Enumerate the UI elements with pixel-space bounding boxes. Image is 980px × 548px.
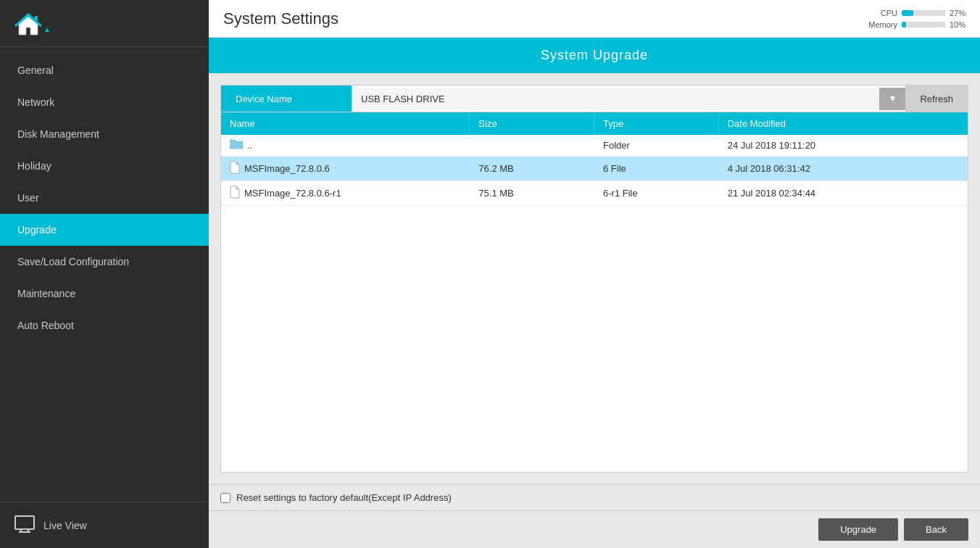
memory-pct: 10% bbox=[950, 20, 966, 29]
file-size-cell bbox=[470, 141, 594, 150]
table-row[interactable]: MSFImage_72.8.0.6-r175.1 MB6-r1 File21 J… bbox=[221, 181, 968, 206]
file-icon bbox=[230, 186, 240, 201]
cpu-bar-bg bbox=[902, 10, 945, 16]
live-view-button[interactable]: Live View bbox=[0, 502, 209, 548]
sidebar-nav: GeneralNetworkDisk ManagementHolidayUser… bbox=[0, 47, 209, 502]
device-name-label: Device Name bbox=[221, 86, 352, 112]
bottom-bar: Upgrade Back bbox=[209, 510, 980, 548]
col-date: Date Modified bbox=[719, 112, 968, 135]
sidebar-item-holiday[interactable]: Holiday bbox=[0, 150, 209, 182]
memory-bar-bg bbox=[902, 22, 945, 28]
file-date-cell: 4 Jul 2018 06:31:42 bbox=[719, 159, 968, 178]
reset-checkbox[interactable] bbox=[220, 493, 231, 503]
file-name-cell: .. bbox=[221, 135, 470, 156]
svg-rect-3 bbox=[15, 516, 34, 529]
sidebar-item-maintenance[interactable]: Maintenance bbox=[0, 278, 209, 310]
sidebar-item-disk-management[interactable]: Disk Management bbox=[0, 118, 209, 150]
sidebar-item-general[interactable]: General bbox=[0, 54, 209, 86]
logo-arrow: ▲ bbox=[43, 25, 51, 36]
cpu-bar-fill bbox=[902, 10, 913, 16]
topbar: System Settings CPU 27% Memory 10% bbox=[209, 0, 980, 38]
file-name-text: MSFImage_72.8.0.6-r1 bbox=[244, 188, 341, 199]
file-name-cell: MSFImage_72.8.0.6 bbox=[221, 157, 470, 180]
file-type-cell: 6-r1 File bbox=[594, 183, 719, 203]
content-area: System Upgrade Device Name USB FLASH DRI… bbox=[209, 38, 980, 548]
cpu-label: CPU bbox=[864, 9, 897, 17]
upgrade-button[interactable]: Upgrade bbox=[818, 518, 898, 541]
device-select-wrapper: USB FLASH DRIVE ▼ bbox=[352, 88, 905, 110]
folder-icon bbox=[230, 139, 243, 151]
reset-row: Reset settings to factory default(Except… bbox=[209, 484, 980, 510]
file-date-cell: 24 Jul 2018 19:11:20 bbox=[719, 136, 968, 155]
device-select[interactable]: USB FLASH DRIVE bbox=[352, 88, 905, 110]
live-view-label: Live View bbox=[43, 520, 87, 531]
cpu-row: CPU 27% bbox=[864, 9, 966, 17]
file-name-text: MSFImage_72.8.0.6 bbox=[244, 163, 330, 174]
section-header: System Upgrade bbox=[209, 38, 980, 73]
memory-row: Memory 10% bbox=[864, 20, 966, 29]
page-title: System Settings bbox=[223, 9, 339, 28]
col-size: Size bbox=[470, 112, 594, 135]
sidebar-item-user[interactable]: User bbox=[0, 182, 209, 214]
memory-bar-fill bbox=[902, 22, 906, 28]
file-table-body: ..Folder24 Jul 2018 19:11:20 MSFImage_72… bbox=[221, 135, 968, 472]
resource-info: CPU 27% Memory 10% bbox=[864, 9, 966, 29]
col-type: Type bbox=[594, 112, 719, 135]
back-button[interactable]: Back bbox=[904, 518, 968, 541]
file-date-cell: 21 Jul 2018 02:34:44 bbox=[719, 183, 968, 203]
file-table: Name Size Type Date Modified ..Folder24 … bbox=[221, 112, 968, 472]
file-size-cell: 76.2 MB bbox=[470, 159, 594, 178]
file-size-cell: 75.1 MB bbox=[470, 183, 594, 203]
sidebar-item-auto-reboot[interactable]: Auto Reboot bbox=[0, 310, 209, 341]
reset-label[interactable]: Reset settings to factory default(Except… bbox=[236, 492, 452, 503]
sidebar-logo: ▲ bbox=[0, 0, 209, 47]
file-icon bbox=[230, 161, 240, 176]
table-row[interactable]: MSFImage_72.8.0.676.2 MB6 File4 Jul 2018… bbox=[221, 157, 968, 181]
home-icon bbox=[14, 13, 42, 36]
memory-label: Memory bbox=[864, 20, 897, 29]
col-name: Name bbox=[221, 112, 470, 135]
device-row: Device Name USB FLASH DRIVE ▼ Refresh bbox=[221, 86, 968, 112]
upgrade-panel: Device Name USB FLASH DRIVE ▼ Refresh Na… bbox=[220, 85, 968, 473]
sidebar-item-save-load[interactable]: Save/Load Configuration bbox=[0, 246, 209, 278]
file-name-cell: MSFImage_72.8.0.6-r1 bbox=[221, 181, 470, 205]
sidebar-item-network[interactable]: Network bbox=[0, 86, 209, 118]
table-row[interactable]: ..Folder24 Jul 2018 19:11:20 bbox=[221, 135, 968, 157]
monitor-icon bbox=[14, 515, 35, 535]
svg-marker-2 bbox=[35, 16, 38, 20]
sidebar: ▲ GeneralNetworkDisk ManagementHolidayUs… bbox=[0, 0, 209, 548]
cpu-pct: 27% bbox=[950, 9, 966, 17]
refresh-button[interactable]: Refresh bbox=[905, 86, 968, 112]
file-type-cell: Folder bbox=[594, 136, 719, 155]
file-name-text: .. bbox=[247, 140, 252, 151]
sidebar-item-upgrade[interactable]: Upgrade bbox=[0, 214, 209, 246]
file-table-header: Name Size Type Date Modified bbox=[221, 112, 968, 135]
main-content: System Settings CPU 27% Memory 10% Syste… bbox=[209, 0, 980, 548]
file-type-cell: 6 File bbox=[594, 159, 719, 178]
